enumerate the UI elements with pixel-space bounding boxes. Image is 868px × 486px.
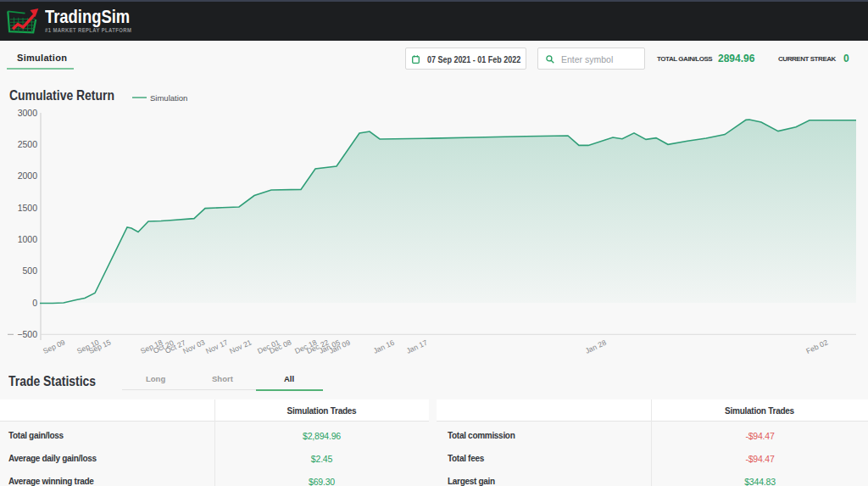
svg-text:1000: 1000 xyxy=(18,234,38,244)
svg-text:3000: 3000 xyxy=(18,108,38,118)
svg-text:0: 0 xyxy=(32,298,37,308)
svg-text:Jan 28: Jan 28 xyxy=(584,338,608,355)
svg-text:Nov 21: Nov 21 xyxy=(228,338,253,355)
svg-text:−500: −500 xyxy=(17,329,37,339)
svg-text:2000: 2000 xyxy=(18,170,38,181)
svg-text:Nov 03: Nov 03 xyxy=(181,338,206,355)
svg-text:500: 500 xyxy=(22,265,37,276)
svg-text:Sep 09: Sep 09 xyxy=(42,338,66,355)
svg-text:Feb 02: Feb 02 xyxy=(804,338,829,355)
svg-text:Nov 17: Nov 17 xyxy=(204,338,229,355)
svg-text:Jan 17: Jan 17 xyxy=(405,338,429,355)
svg-text:Jan 16: Jan 16 xyxy=(372,338,396,355)
svg-text:2500: 2500 xyxy=(18,139,38,149)
svg-text:1500: 1500 xyxy=(18,203,38,213)
